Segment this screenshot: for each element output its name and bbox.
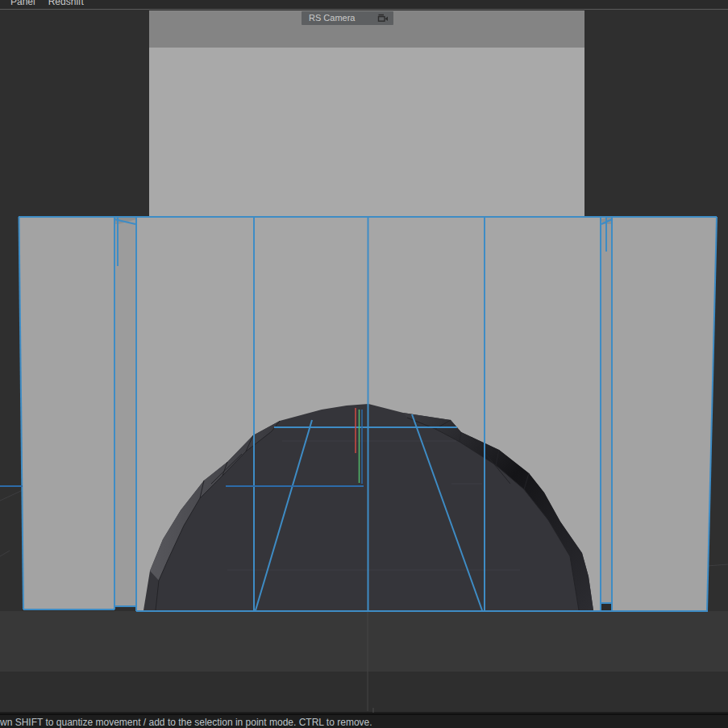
right-panel [612,217,717,611]
status-message: wn SHIFT to quantize movement / add to t… [0,717,728,728]
viewport-canvas[interactable] [0,10,728,728]
menu-item-panel[interactable]: Panel [10,0,35,7]
menu-item-redshift[interactable]: Redshift [48,0,84,7]
camera-label-text: RS Camera [309,14,355,23]
left-panel [19,217,115,609]
viewport[interactable] [0,10,728,713]
camera-icon [377,14,389,23]
left-strip [114,217,136,606]
backdrop[interactable] [149,10,584,218]
right-strip [601,217,612,603]
camera-label[interactable]: RS Camera [302,11,393,25]
status-bar: wn SHIFT to quantize movement / add to t… [0,713,728,728]
menu-bar: Panel Redshift [0,0,728,10]
application-window: { "menu_bar": { "items": [ { "label": "P… [0,0,728,728]
ground-band [0,611,728,672]
